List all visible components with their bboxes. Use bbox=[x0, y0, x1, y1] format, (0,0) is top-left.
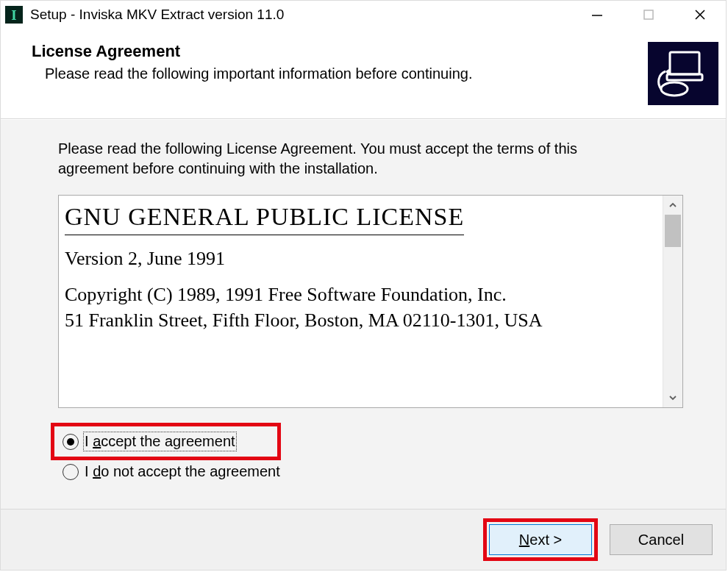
cancel-label: Cancel bbox=[638, 532, 684, 548]
page-subtitle: Please read the following important info… bbox=[45, 65, 633, 82]
wizard-header-text: License Agreement Please read the follow… bbox=[32, 42, 633, 82]
svg-rect-4 bbox=[670, 52, 699, 74]
wizard-icon bbox=[648, 42, 718, 105]
maximize-button bbox=[623, 1, 674, 29]
label-part: o not accept the agreement bbox=[101, 463, 280, 479]
window-title: Setup - Inviska MKV Extract version 11.0 bbox=[30, 7, 571, 23]
scroll-track[interactable] bbox=[663, 215, 682, 388]
radio-accept-label: I accept the agreement bbox=[85, 433, 235, 450]
instructions-text: Please read the following License Agreem… bbox=[58, 139, 632, 179]
label-part: I bbox=[85, 433, 93, 449]
label-accelerator: N bbox=[519, 532, 529, 548]
radio-reject-label: I do not accept the agreement bbox=[85, 463, 280, 480]
svg-rect-1 bbox=[644, 10, 653, 19]
wizard-body: Please read the following License Agreem… bbox=[1, 119, 726, 509]
cancel-button[interactable]: Cancel bbox=[610, 524, 713, 555]
setup-wizard-window: I Setup - Inviska MKV Extract version 11… bbox=[0, 0, 727, 571]
license-address-text: 51 Franklin Street, Fifth Floor, Boston,… bbox=[65, 310, 542, 331]
titlebar: I Setup - Inviska MKV Extract version 11… bbox=[1, 1, 726, 29]
wizard-footer: Next > Cancel bbox=[1, 509, 726, 570]
license-text-panel: GNU GENERAL PUBLIC LICENSE Version 2, Ju… bbox=[58, 195, 683, 408]
scroll-up-icon[interactable] bbox=[663, 196, 682, 215]
license-copyright-line: Copyright (C) 1989, 1991 Free Software F… bbox=[65, 282, 655, 333]
label-part: I bbox=[85, 463, 93, 479]
radio-indicator-icon bbox=[63, 464, 79, 480]
license-scrollbar[interactable] bbox=[663, 196, 682, 407]
license-title: GNU GENERAL PUBLIC LICENSE bbox=[65, 200, 464, 235]
license-text[interactable]: GNU GENERAL PUBLIC LICENSE Version 2, Ju… bbox=[59, 196, 663, 407]
radio-indicator-icon bbox=[63, 434, 79, 450]
label-accelerator: a bbox=[93, 433, 101, 449]
agreement-radio-group: I accept the agreement I do not accept t… bbox=[58, 430, 683, 490]
label-part: ccept the agreement bbox=[101, 433, 235, 449]
next-button-wrap: Next > bbox=[489, 524, 592, 555]
window-controls bbox=[571, 1, 726, 29]
next-button[interactable]: Next > bbox=[489, 524, 592, 555]
radio-reject-agreement[interactable]: I do not accept the agreement bbox=[58, 460, 285, 483]
label-accelerator: d bbox=[93, 463, 101, 479]
page-title: License Agreement bbox=[32, 42, 633, 61]
close-button[interactable] bbox=[674, 1, 726, 29]
svg-rect-5 bbox=[667, 74, 702, 80]
label-part: ext > bbox=[529, 532, 562, 548]
scroll-thumb[interactable] bbox=[665, 215, 681, 247]
app-icon-letter: I bbox=[11, 8, 16, 22]
license-version-line: Version 2, June 1991 bbox=[65, 246, 655, 271]
radio-accept-agreement[interactable]: I accept the agreement bbox=[58, 430, 240, 453]
license-copyright-text: Copyright (C) 1989, 1991 Free Software F… bbox=[65, 284, 507, 305]
scroll-down-icon[interactable] bbox=[663, 388, 682, 407]
wizard-header: License Agreement Please read the follow… bbox=[1, 29, 726, 119]
app-icon: I bbox=[5, 6, 23, 24]
svg-point-6 bbox=[661, 82, 688, 96]
minimize-button[interactable] bbox=[571, 1, 623, 29]
